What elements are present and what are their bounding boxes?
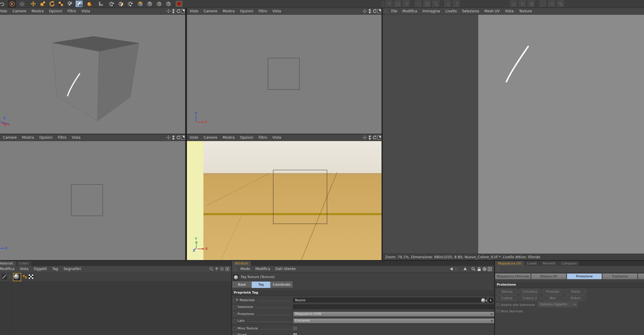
- toggle-view-icon[interactable]: [180, 9, 185, 14]
- tab-attributi[interactable]: Attributi: [232, 261, 251, 266]
- tab-coordinate[interactable]: Coordinate: [271, 282, 292, 288]
- lato-dropdown[interactable]: Entrambi: [293, 318, 494, 324]
- live-selection-icon[interactable]: [8, 0, 16, 7]
- materiale-field[interactable]: Nuovo: [293, 298, 486, 303]
- menu-filtro[interactable]: Filtro: [55, 134, 69, 141]
- new-panel-icon[interactable]: [488, 267, 492, 273]
- button-frontale[interactable]: Frontale: [542, 289, 564, 294]
- menu-opzioni[interactable]: Opzioni: [237, 8, 256, 14]
- menu-modifica[interactable]: Modifica: [253, 266, 273, 272]
- no-material-icon[interactable]: [1, 274, 8, 280]
- rotate-view-icon[interactable]: [176, 135, 181, 140]
- tab-mappatura-uv[interactable]: Mappatura UV: [495, 261, 524, 266]
- menu-vista[interactable]: Vista: [270, 134, 284, 141]
- menu-texture[interactable]: Texture: [516, 8, 535, 14]
- menu-grip[interactable]: [496, 267, 500, 271]
- mode-tab-overflow[interactable]: [638, 273, 644, 279]
- scale-icon[interactable]: [39, 0, 46, 7]
- menu-mostra[interactable]: Mostra: [220, 134, 237, 141]
- button-cubica-2[interactable]: Cubica 2: [519, 295, 541, 301]
- menu-seleziona[interactable]: Seleziona: [459, 8, 482, 14]
- toggle-view-icon[interactable]: [377, 9, 382, 14]
- peso-normale-checkbox[interactable]: [496, 309, 500, 313]
- mode-tab-trasforma[interactable]: Trasforma: [602, 273, 638, 279]
- menu-livello[interactable]: Livello: [443, 8, 459, 14]
- menu-vista[interactable]: Vista: [17, 266, 31, 272]
- axis-lock-icon[interactable]: [57, 0, 65, 7]
- menu-modo[interactable]: Modo: [238, 266, 253, 272]
- zoom-view-icon[interactable]: [171, 9, 176, 14]
- menu-filtro[interactable]: Filtro: [65, 8, 78, 14]
- toolbar-grip[interactable]: [381, 1, 384, 6]
- pan-view-icon[interactable]: [166, 135, 171, 140]
- frame-icon[interactable]: [97, 0, 105, 7]
- rotate-view-icon[interactable]: [372, 9, 377, 14]
- button-box[interactable]: Box: [542, 295, 564, 301]
- selezione-field[interactable]: [293, 304, 494, 310]
- proiezione-dropdown[interactable]: Mappatura UVW: [293, 311, 494, 317]
- cube-shaded-icon[interactable]: [146, 0, 153, 7]
- menu-opzioni[interactable]: Opzioni: [37, 134, 55, 141]
- button-piatta[interactable]: Piatta: [565, 289, 587, 294]
- button-sferica[interactable]: Sferica: [496, 289, 518, 294]
- ripeti-checkbox[interactable]: ✓: [293, 333, 297, 335]
- button-riduci[interactable]: Riduci: [565, 295, 587, 301]
- panel-splitter-1[interactable]: [231, 261, 232, 335]
- copy-mode-icon[interactable]: [482, 267, 487, 273]
- mode-tab-rilassa-uv[interactable]: Rilassa UV: [531, 273, 566, 279]
- render-icon[interactable]: [175, 0, 183, 7]
- keyframe-circle[interactable]: [233, 299, 236, 302]
- zoom-view-icon[interactable]: [171, 135, 176, 140]
- paint-3d-icon[interactable]: 3D: [75, 0, 83, 7]
- menu-camere[interactable]: Camere: [201, 8, 220, 14]
- texture-cube-2-icon[interactable]: [117, 0, 125, 7]
- materials-grip[interactable]: [9, 274, 11, 279]
- pan-view-icon[interactable]: [166, 9, 171, 14]
- menu-filtro[interactable]: Filtro: [256, 8, 270, 14]
- material-wizard-icon[interactable]: [86, 0, 93, 7]
- expand-arrow-icon[interactable]: [237, 299, 238, 301]
- mode-tab-proiezione[interactable]: Proiezione: [567, 273, 602, 279]
- menu-camere[interactable]: Camere: [10, 8, 29, 14]
- viewport1-canvas[interactable]: Z X: [0, 15, 185, 134]
- menu-filtro[interactable]: Filtro: [256, 134, 270, 141]
- editor-splitter-vertical[interactable]: [382, 8, 383, 260]
- materials-list[interactable]: [0, 282, 231, 335]
- viewport4-canvas[interactable]: Y Z X: [187, 141, 382, 260]
- rotate-view-icon[interactable]: [372, 135, 377, 140]
- texture-cube-3-icon[interactable]: [126, 0, 134, 7]
- menu-opzioni[interactable]: Opzioni: [237, 134, 256, 141]
- menu-modifica[interactable]: Modifica: [0, 266, 17, 272]
- tab-materiali[interactable]: Materiali: [0, 261, 16, 266]
- search-icon[interactable]: [471, 267, 476, 273]
- keyframe-circle[interactable]: [233, 327, 236, 330]
- menu-vista[interactable]: Vista: [502, 8, 516, 14]
- pan-view-icon[interactable]: [362, 9, 367, 14]
- model-mode-icon[interactable]: [18, 0, 26, 7]
- menu-oggetti[interactable]: Oggetti: [31, 266, 50, 272]
- menu-viste[interactable]: Viste: [187, 8, 201, 14]
- tab-colori[interactable]: Colori: [16, 261, 32, 266]
- history-back-icon[interactable]: [449, 267, 454, 273]
- menu-grip[interactable]: [384, 9, 387, 13]
- texture-canvas[interactable]: [383, 15, 644, 254]
- menu-modifica[interactable]: Modifica: [400, 8, 420, 14]
- pan-view-icon[interactable]: [362, 135, 367, 140]
- menu-camere[interactable]: Camere: [0, 134, 19, 141]
- menu-camere[interactable]: Camere: [201, 134, 220, 141]
- menu-mostra[interactable]: Mostra: [29, 8, 46, 14]
- menu-vista[interactable]: Vista: [270, 8, 284, 14]
- menu-vista[interactable]: Vista: [69, 134, 83, 141]
- menu-vista[interactable]: Vista: [79, 8, 93, 14]
- button-cubica[interactable]: Cubica: [496, 295, 518, 301]
- keyframe-circle[interactable]: [233, 306, 236, 309]
- zoom-view-icon[interactable]: [367, 135, 372, 140]
- menu-grip[interactable]: [233, 267, 237, 271]
- pick-material-icon[interactable]: [488, 298, 493, 303]
- tab-base[interactable]: Base: [232, 282, 251, 288]
- checker-icon[interactable]: [29, 274, 33, 280]
- material-thumbnail-selected[interactable]: [13, 273, 21, 281]
- toggle-view-icon[interactable]: [377, 135, 382, 140]
- keyframe-circle[interactable]: [233, 313, 236, 316]
- menu-mostra[interactable]: Mostra: [19, 134, 37, 141]
